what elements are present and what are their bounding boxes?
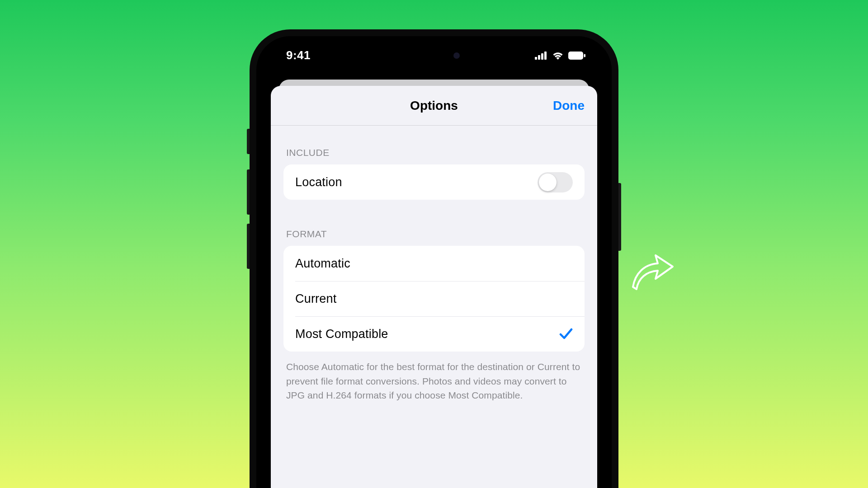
status-time: 9:41: [286, 48, 311, 62]
format-option-label: Current: [295, 292, 336, 306]
format-option-current[interactable]: Current: [283, 281, 585, 316]
format-option-label: Most Compatible: [295, 327, 388, 341]
svg-rect-0: [535, 57, 537, 60]
sheet-title: Options: [410, 99, 458, 113]
svg-rect-1: [538, 55, 540, 60]
power-button: [618, 183, 621, 251]
format-cell-group: Automatic Current Most Compatible: [283, 246, 585, 352]
status-icons: [535, 51, 585, 60]
format-section-header: FORMAT: [283, 200, 585, 246]
svg-rect-4: [568, 52, 583, 60]
sheet-header: Options Done: [271, 86, 597, 126]
include-section-header: INCLUDE: [283, 126, 585, 164]
volume-down-button: [247, 224, 250, 269]
cellular-icon: [535, 52, 547, 60]
options-sheet: Options Done INCLUDE Location FORMAT: [271, 86, 597, 488]
format-section: FORMAT Automatic Current Most Compatible: [271, 200, 597, 352]
svg-rect-3: [544, 52, 547, 60]
format-option-label: Automatic: [295, 257, 350, 271]
phone-frame: 9:41 Options Done: [250, 29, 618, 488]
done-button[interactable]: Done: [553, 99, 585, 113]
front-camera-icon: [453, 52, 460, 59]
checkmark-icon: [559, 328, 573, 340]
share-arrow-icon: [619, 242, 678, 300]
format-footer-text: Choose Automatic for the best format for…: [271, 352, 597, 403]
phone-screen: 9:41 Options Done: [256, 36, 612, 488]
location-label: Location: [295, 175, 342, 189]
dynamic-island: [387, 45, 481, 66]
format-option-most-compatible[interactable]: Most Compatible: [283, 316, 585, 352]
svg-rect-5: [584, 54, 586, 57]
switch-knob: [539, 174, 557, 191]
location-cell[interactable]: Location: [283, 164, 585, 200]
wifi-icon: [552, 51, 564, 60]
location-switch[interactable]: [538, 172, 573, 192]
svg-rect-2: [541, 53, 543, 60]
format-option-automatic[interactable]: Automatic: [283, 246, 585, 281]
battery-icon: [568, 52, 585, 60]
mute-switch: [247, 129, 250, 154]
volume-up-button: [247, 169, 250, 215]
include-section: INCLUDE Location: [271, 126, 597, 200]
include-cell-group: Location: [283, 164, 585, 200]
